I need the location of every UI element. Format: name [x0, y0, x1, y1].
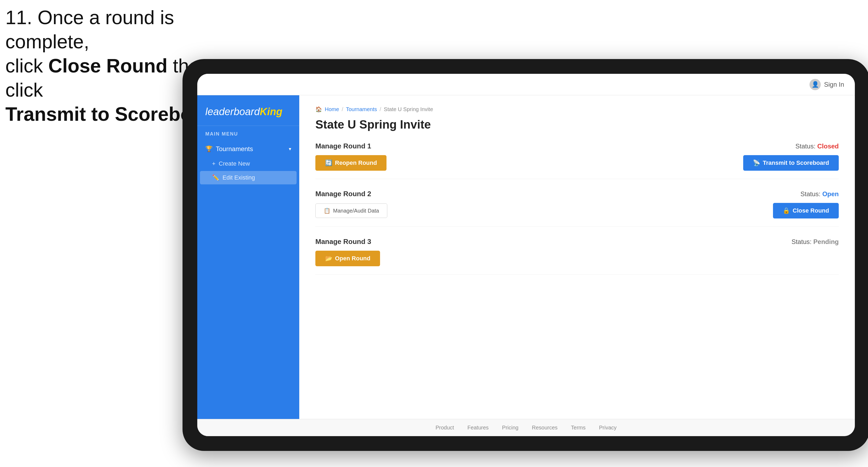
logo: leaderboardKing	[205, 106, 291, 118]
close-round-button[interactable]: 🔒 Close Round	[773, 203, 839, 218]
footer-link-resources[interactable]: Resources	[532, 425, 558, 431]
content-spacer	[315, 285, 839, 339]
round-2-section: Manage Round 2 Status: Open 📋 Manage/Aud…	[315, 190, 839, 227]
trophy-icon: 🏆	[205, 146, 213, 152]
round-3-status: Status: Pending	[792, 238, 839, 246]
page-title: State U Spring Invite	[315, 118, 839, 131]
sidebar: leaderboardKing MAIN MENU 🏆 Tournaments …	[197, 95, 299, 419]
footer: Product Features Pricing Resources Terms…	[197, 419, 855, 436]
breadcrumb-home-icon: 🏠	[315, 106, 322, 113]
main-menu-label: MAIN MENU	[197, 131, 299, 141]
round-3-label: Manage Round 3	[315, 238, 371, 246]
sign-in-area[interactable]: 👤 Sign In	[809, 79, 844, 90]
top-bar: 👤 Sign In	[197, 74, 855, 95]
round-2-actions: 📋 Manage/Audit Data 🔒 Close Round	[315, 203, 839, 218]
sidebar-item-tournaments[interactable]: 🏆 Tournaments ▾	[197, 141, 299, 157]
tablet-screen: 👤 Sign In leaderboardKing MAIN MENU 🏆 To…	[197, 74, 855, 436]
breadcrumb-sep1: /	[342, 106, 343, 113]
logo-area: leaderboardKing	[197, 103, 299, 126]
round-3-section: Manage Round 3 Status: Pending 📂 Open Ro…	[315, 238, 839, 275]
footer-link-terms[interactable]: Terms	[571, 425, 585, 431]
sidebar-item-tournaments-label: Tournaments	[216, 145, 253, 153]
lock-icon: 🔒	[783, 207, 790, 214]
sidebar-sub-items: + Create New ✏️ Edit Existing	[197, 157, 299, 185]
sidebar-sub-item-edit-existing[interactable]: ✏️ Edit Existing	[200, 171, 297, 184]
tablet-device: 👤 Sign In leaderboardKing MAIN MENU 🏆 To…	[183, 59, 868, 451]
transmit-to-scoreboard-button[interactable]: 📡 Transmit to Scoreboard	[743, 155, 839, 171]
footer-link-features[interactable]: Features	[468, 425, 489, 431]
manage-audit-data-button[interactable]: 📋 Manage/Audit Data	[315, 204, 387, 218]
transmit-label: Transmit to Scoreboard	[763, 159, 829, 166]
create-new-label: Create New	[219, 160, 250, 167]
instruction-line1: 11. Once a round is complete,	[5, 5, 247, 54]
edit-icon: ✏️	[212, 174, 219, 181]
round-1-actions: 🔄 Reopen Round 📡 Transmit to Scoreboard	[315, 155, 839, 171]
breadcrumb-current: State U Spring Invite	[384, 106, 433, 113]
chevron-down-icon: ▾	[289, 146, 291, 152]
footer-link-product[interactable]: Product	[436, 425, 454, 431]
round-2-status: Status: Open	[800, 190, 839, 198]
open-icon: 📂	[325, 255, 332, 262]
audit-label: Manage/Audit Data	[333, 208, 379, 214]
close-round-label: Close Round	[793, 207, 829, 214]
round-2-status-value: Open	[823, 190, 839, 197]
breadcrumb: 🏠 Home / Tournaments / State U Spring In…	[315, 106, 839, 113]
content-area: 🏠 Home / Tournaments / State U Spring In…	[299, 95, 855, 419]
round-2-header-row: Manage Round 2 Status: Open	[315, 190, 839, 198]
footer-link-privacy[interactable]: Privacy	[599, 425, 617, 431]
round-2-label: Manage Round 2	[315, 190, 371, 198]
transmit-icon: 📡	[753, 159, 760, 166]
sign-in-label[interactable]: Sign In	[824, 81, 844, 88]
round-1-status: Status: Closed	[796, 143, 839, 150]
open-round-label: Open Round	[335, 255, 370, 262]
round-1-label: Manage Round 1	[315, 142, 371, 150]
round-3-status-value: Pending	[813, 238, 839, 245]
plus-icon: +	[212, 160, 216, 167]
breadcrumb-tournaments[interactable]: Tournaments	[346, 106, 377, 113]
open-round-button[interactable]: 📂 Open Round	[315, 251, 380, 266]
footer-link-pricing[interactable]: Pricing	[502, 425, 519, 431]
round-1-status-value: Closed	[817, 143, 839, 150]
logo-leaderboard: leaderboard	[205, 106, 260, 117]
reopen-round-button[interactable]: 🔄 Reopen Round	[315, 155, 386, 171]
edit-existing-label: Edit Existing	[222, 174, 255, 181]
breadcrumb-home[interactable]: Home	[325, 106, 339, 113]
breadcrumb-sep2: /	[380, 106, 381, 113]
main-layout: leaderboardKing MAIN MENU 🏆 Tournaments …	[197, 95, 855, 419]
reopen-icon: 🔄	[325, 159, 332, 166]
round-3-header-row: Manage Round 3 Status: Pending	[315, 238, 839, 246]
logo-king: King	[260, 106, 282, 117]
reopen-round-label: Reopen Round	[335, 159, 377, 166]
sidebar-sub-item-create-new[interactable]: + Create New	[197, 157, 299, 170]
avatar-icon: 👤	[809, 79, 821, 90]
round-3-actions: 📂 Open Round	[315, 251, 839, 266]
audit-icon: 📋	[324, 208, 331, 214]
round-1-section: Manage Round 1 Status: Closed 🔄 Reopen R…	[315, 142, 839, 179]
round-1-header-row: Manage Round 1 Status: Closed	[315, 142, 839, 150]
